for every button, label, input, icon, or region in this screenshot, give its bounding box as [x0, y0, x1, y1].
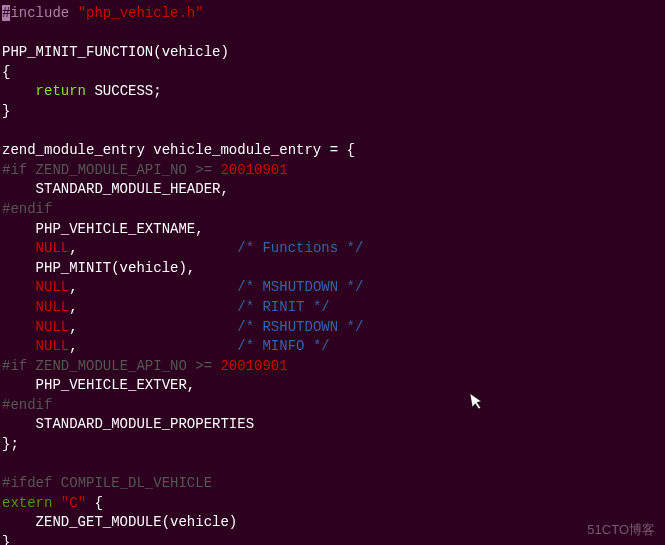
code-line: STANDARD_MODULE_HEADER,: [2, 180, 663, 200]
code-line: {: [2, 63, 663, 83]
code-line: NULL, /* MINFO */: [2, 337, 663, 357]
code-line: #ifdef COMPILE_DL_VEHICLE: [2, 474, 663, 494]
code-line: NULL, /* RSHUTDOWN */: [2, 318, 663, 338]
code-line: };: [2, 435, 663, 455]
return-keyword: return: [36, 83, 86, 99]
code-line: #endif: [2, 396, 663, 416]
code-line: #if ZEND_MODULE_API_NO >= 20010901: [2, 161, 663, 181]
preproc-if: #if: [2, 358, 27, 374]
include-file: "php_vehicle.h": [78, 5, 204, 21]
preproc-if: #if: [2, 162, 27, 178]
code-editor[interactable]: #include "php_vehicle.h" PHP_MINIT_FUNCT…: [2, 4, 663, 545]
comment: /* Functions */: [237, 240, 363, 256]
code-line: NULL, /* Functions */: [2, 239, 663, 259]
code-line: return SUCCESS;: [2, 82, 663, 102]
extern-keyword: extern: [2, 495, 52, 511]
comment: /* MINFO */: [237, 338, 329, 354]
code-line: PHP_VEHICLE_EXTNAME,: [2, 220, 663, 240]
null-keyword: NULL: [36, 279, 70, 295]
code-line: #endif: [2, 200, 663, 220]
code-line: STANDARD_MODULE_PROPERTIES: [2, 415, 663, 435]
code-line: }: [2, 102, 663, 122]
blank-line: [2, 24, 663, 44]
code-line: #if ZEND_MODULE_API_NO >= 20010901: [2, 357, 663, 377]
preproc-ifdef: #ifdef: [2, 475, 52, 491]
preproc-endif: #endif: [2, 397, 52, 413]
blank-line: [2, 122, 663, 142]
code-line: #include "php_vehicle.h": [2, 4, 663, 24]
code-line: extern "C" {: [2, 494, 663, 514]
include-keyword: include: [10, 5, 77, 21]
code-line: zend_module_entry vehicle_module_entry =…: [2, 141, 663, 161]
code-line: ZEND_GET_MODULE(vehicle): [2, 513, 663, 533]
null-keyword: NULL: [36, 338, 70, 354]
preproc-endif: #endif: [2, 201, 52, 217]
code-line: PHP_MINIT_FUNCTION(vehicle): [2, 43, 663, 63]
code-line: NULL, /* MSHUTDOWN */: [2, 278, 663, 298]
null-keyword: NULL: [36, 319, 70, 335]
null-keyword: NULL: [36, 299, 70, 315]
watermark: 51CTO博客: [587, 521, 655, 539]
null-keyword: NULL: [36, 240, 70, 256]
code-line: PHP_MINIT(vehicle),: [2, 259, 663, 279]
code-line: PHP_VEHICLE_EXTVER,: [2, 376, 663, 396]
code-line: NULL, /* RINIT */: [2, 298, 663, 318]
comment: /* MSHUTDOWN */: [237, 279, 363, 295]
comment: /* RINIT */: [237, 299, 329, 315]
blank-line: [2, 455, 663, 475]
comment: /* RSHUTDOWN */: [237, 319, 363, 335]
code-line: }: [2, 533, 663, 545]
